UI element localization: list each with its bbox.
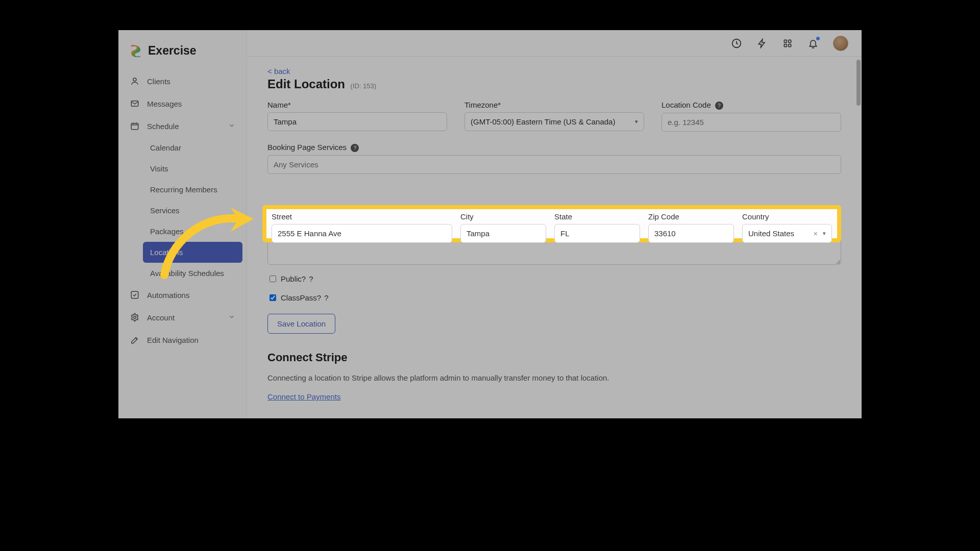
name-label: Name* xyxy=(267,101,447,109)
svg-rect-7 xyxy=(789,40,791,42)
sidebar-item-schedule[interactable]: Schedule xyxy=(122,115,242,137)
sidebar-item-label: Availability Schedules xyxy=(150,269,224,278)
user-icon xyxy=(130,76,140,86)
app-window: Exercise Clients Messages xyxy=(118,30,862,418)
sidebar-item-label: Recurring Members xyxy=(150,185,217,194)
gear-icon xyxy=(130,312,140,322)
page-id-badge: (ID: 153) xyxy=(350,82,376,90)
sidebar-item-label: Schedule xyxy=(147,122,179,131)
location-code-input[interactable] xyxy=(662,113,841,132)
sidebar-item-label: Calendar xyxy=(150,143,181,152)
svg-rect-9 xyxy=(789,44,791,46)
booking-services-input[interactable] xyxy=(267,155,841,174)
calendar-icon xyxy=(130,121,140,131)
location-code-label-text: Location Code xyxy=(662,101,711,109)
connect-stripe-description: Connecting a location to Stripe allows t… xyxy=(267,373,841,382)
bell-icon[interactable] xyxy=(807,38,819,49)
sidebar-item-availability-schedules[interactable]: Availability Schedules xyxy=(143,263,242,284)
connect-stripe-heading: Connect Stripe xyxy=(267,351,841,364)
clock-icon[interactable] xyxy=(731,38,742,49)
classpass-checkbox[interactable] xyxy=(270,294,276,301)
name-input[interactable] xyxy=(267,112,447,131)
main: < back Edit Location (ID: 153) Name* Tim… xyxy=(247,30,862,418)
timezone-value: (GMT-05:00) Eastern Time (US & Canada) xyxy=(471,117,615,126)
sidebar: Exercise Clients Messages xyxy=(118,30,247,418)
sidebar-item-recurring-members[interactable]: Recurring Members xyxy=(143,179,242,200)
public-label: Public? xyxy=(281,274,306,283)
timezone-select[interactable]: (GMT-05:00) Eastern Time (US & Canada) ▾ xyxy=(464,112,644,131)
help-icon[interactable]: ? xyxy=(715,102,723,110)
svg-point-0 xyxy=(133,78,136,81)
brand: Exercise xyxy=(118,30,247,67)
sidebar-item-label: Visits xyxy=(150,164,168,173)
sidebar-item-clients[interactable]: Clients xyxy=(122,70,242,92)
svg-rect-8 xyxy=(784,44,787,46)
booking-services-label: Booking Page Services ? xyxy=(267,143,841,152)
help-icon[interactable]: ? xyxy=(324,293,328,302)
sidebar-item-visits[interactable]: Visits xyxy=(143,158,242,179)
notification-dot xyxy=(816,37,820,40)
sidebar-item-messages[interactable]: Messages xyxy=(122,92,242,115)
check-square-icon xyxy=(130,290,140,300)
svg-point-4 xyxy=(134,316,136,319)
help-icon[interactable]: ? xyxy=(309,274,313,283)
apps-grid-icon[interactable] xyxy=(782,38,793,49)
connect-payments-link[interactable]: Connect to Payments xyxy=(267,392,340,401)
chevron-down-icon xyxy=(228,313,235,322)
public-checkbox[interactable] xyxy=(270,276,276,282)
scrollbar-thumb[interactable] xyxy=(856,60,861,106)
sidebar-item-label: Clients xyxy=(147,77,170,86)
brand-name: Exercise xyxy=(148,44,197,58)
lightning-icon[interactable] xyxy=(756,38,768,49)
sidebar-item-edit-navigation[interactable]: Edit Navigation xyxy=(122,329,242,351)
svg-rect-3 xyxy=(131,291,138,298)
chevron-down-icon xyxy=(228,122,235,131)
brand-logo-icon xyxy=(129,43,143,58)
schedule-subnav: Calendar Visits Recurring Members Servic… xyxy=(122,137,242,284)
booking-services-label-text: Booking Page Services xyxy=(267,143,347,152)
svg-rect-6 xyxy=(784,40,787,42)
back-link[interactable]: < back xyxy=(267,67,290,76)
sidebar-item-calendar[interactable]: Calendar xyxy=(143,137,242,158)
sidebar-item-label: Account xyxy=(147,313,175,322)
edit-icon xyxy=(130,335,140,345)
sidebar-item-label: Packages xyxy=(150,227,184,236)
content: < back Edit Location (ID: 153) Name* Tim… xyxy=(247,57,862,418)
sidebar-item-account[interactable]: Account xyxy=(122,306,242,329)
sidebar-item-automations[interactable]: Automations xyxy=(122,284,242,306)
sidebar-item-services[interactable]: Services xyxy=(143,200,242,221)
nav: Clients Messages Schedule xyxy=(118,67,247,351)
help-icon[interactable]: ? xyxy=(351,144,359,152)
description-textarea[interactable] xyxy=(267,229,841,265)
location-code-label: Location Code ? xyxy=(662,101,841,110)
sidebar-item-label: Services xyxy=(150,206,180,215)
svg-rect-2 xyxy=(131,123,138,130)
classpass-label: ClassPass? xyxy=(281,293,321,302)
sidebar-item-label: Locations xyxy=(150,248,183,257)
page-title: Edit Location xyxy=(267,77,345,91)
avatar[interactable] xyxy=(833,36,848,51)
topbar xyxy=(247,30,862,57)
sidebar-item-locations[interactable]: Locations xyxy=(143,242,242,263)
caret-down-icon: ▾ xyxy=(635,118,638,125)
save-location-button[interactable]: Save Location xyxy=(267,314,335,334)
sidebar-item-packages[interactable]: Packages xyxy=(143,221,242,242)
mail-icon xyxy=(130,98,140,109)
sidebar-item-label: Messages xyxy=(147,99,182,108)
sidebar-item-label: Automations xyxy=(147,291,189,299)
description-label: Description xyxy=(267,217,841,226)
sidebar-item-label: Edit Navigation xyxy=(147,336,199,344)
timezone-label: Timezone* xyxy=(464,101,644,109)
